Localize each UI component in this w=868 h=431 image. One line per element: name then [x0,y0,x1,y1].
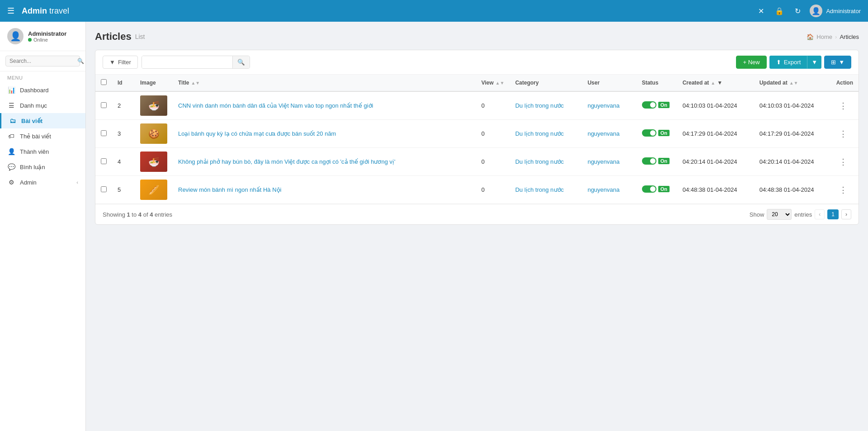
article-image: 🥖 [140,180,167,200]
updated-sort[interactable]: Updated at ▲▼ [760,80,798,86]
article-link[interactable]: Loại bánh quy kỳ lạ có chứa mạt cưa được… [178,130,336,137]
sidebar-search: 🔍 [0,51,85,71]
row-title-cell: Review món bánh mì ngon nhất Hà Nội [173,176,476,204]
user-menu[interactable]: 👤 Administrator [810,5,861,17]
table-row: 3 🍪 Loại bánh quy kỳ lạ có chứa mạt cưa … [95,120,859,148]
title-sort[interactable]: Title ▲▼ [178,80,200,86]
row-action: ⋮ [831,176,859,204]
row-created-at: 04:48:38 01-04-2024 [677,176,754,204]
table-search-input[interactable] [142,56,232,68]
search-input-wrap: 🔍 [142,56,250,69]
table-search-button[interactable]: 🔍 [232,56,250,68]
refresh-button[interactable]: ↻ [793,5,802,17]
th-view[interactable]: View ▲▼ [476,75,510,91]
fullscreen-button[interactable]: ✕ [756,5,766,17]
article-image: 🍜 [140,95,167,116]
category-link[interactable]: Du lịch trong nước [515,102,564,109]
showing-info: Showing 1 to 4 of 4 entries [103,211,172,218]
sidebar-item-thanh-vien[interactable]: 👤 Thành viên [0,144,85,159]
sidebar-item-label: Admin [20,179,37,186]
row-action-button[interactable]: ⋮ [836,156,850,168]
user-link[interactable]: nguyenvana [588,158,620,165]
sidebar-item-label: Bình luận [20,164,45,171]
created-sort[interactable]: Created at ▲ ▼ [683,80,722,86]
category-link[interactable]: Du lịch trong nước [515,158,564,165]
status-toggle-switch[interactable] [642,129,656,137]
row-image-cell: 🥖 [135,176,173,204]
row-image-cell: 🍜 [135,91,173,120]
row-action-button[interactable]: ⋮ [836,100,850,112]
search-input[interactable] [9,58,77,64]
row-status: On [637,91,677,120]
table-row: 2 🍜 CNN vinh danh món bánh dân dã của Vi… [95,91,859,120]
prev-page-button[interactable]: ‹ [815,209,825,219]
user-link[interactable]: nguyenvana [588,130,620,137]
collapse-admin-button[interactable]: ‹ [76,180,78,185]
article-link[interactable]: CNN vinh danh món bánh dân dã của Việt N… [178,102,373,109]
row-checkbox-cell [95,120,112,148]
breadcrumb-home-link[interactable]: Home [816,33,832,40]
th-image: Image [135,75,173,91]
status-badge: On [658,102,670,108]
th-status: Status [637,75,677,91]
article-link[interactable]: Không phải phở hay bún bò, đây là món Vi… [178,158,395,165]
filter-button[interactable]: ▼ Filter [103,56,138,69]
page-header: Articles List 🏠 Home › Articles [95,31,859,43]
sidebar-item-danh-muc[interactable]: ☰ Danh mục [0,98,85,113]
sidebar-user-status: Online [28,37,66,43]
user-link[interactable]: nguyenvana [588,102,620,109]
user-link[interactable]: nguyenvana [588,186,620,193]
view-sort[interactable]: View ▲▼ [481,80,505,86]
row-title-cell: CNN vinh danh món bánh dân dã của Việt N… [173,91,476,120]
page-1-button[interactable]: 1 [827,209,839,219]
category-link[interactable]: Du lịch trong nước [515,186,564,193]
sidebar-avatar: 👤 [7,28,24,44]
menu-toggle-button[interactable]: ☰ [7,6,14,16]
category-link[interactable]: Du lịch trong nước [515,130,564,137]
export-main-button[interactable]: ⬆ Export [769,56,808,69]
entries-label: entries [794,211,812,218]
th-created-at[interactable]: Created at ▲ ▼ [677,75,754,91]
lock-button[interactable]: 🔒 [773,5,786,17]
next-page-button[interactable]: › [841,209,851,219]
sidebar-item-bai-viet[interactable]: 🗂 Bài viết [0,113,85,128]
per-page-select[interactable]: 20 50 100 [767,209,792,220]
sidebar-item-binh-luan[interactable]: 💬 Bình luận [0,159,85,175]
article-link[interactable]: Review món bánh mì ngon nhất Hà Nội [178,186,281,193]
export-caret-button[interactable]: ▼ [807,56,821,69]
sidebar-item-admin[interactable]: ⚙ Admin ‹ [0,175,85,190]
status-toggle-switch[interactable] [642,101,656,109]
bai-viet-icon: 🗂 [9,117,17,124]
sidebar-item-dashboard[interactable]: 📊 Dashboard [0,82,85,98]
status-toggle-switch[interactable] [642,185,656,193]
row-action-button[interactable]: ⋮ [836,184,850,196]
row-action-button[interactable]: ⋮ [836,128,850,140]
showing-suffix: entries [155,211,172,218]
row-status: On [637,148,677,176]
row-updated-at: 04:17:29 01-04-2024 [754,120,831,148]
new-button[interactable]: + New [736,56,766,69]
row-checkbox[interactable] [101,102,107,108]
user-name-label: Administrator [826,8,861,14]
sidebar-item-the-bai-viet[interactable]: 🏷 Thẻ bài viết [0,128,85,144]
showing-to: 4 [138,211,142,218]
showing-prefix: Showing [103,211,125,218]
row-updated-at: 04:48:38 01-04-2024 [754,176,831,204]
row-checkbox[interactable] [101,186,107,192]
row-checkbox[interactable] [101,130,107,136]
status-toggle-switch[interactable] [642,157,656,165]
row-updated-at: 04:20:14 01-04-2024 [754,148,831,176]
row-view: 0 [476,176,510,204]
sort-icon: ▲ [711,81,715,85]
th-updated-at[interactable]: Updated at ▲▼ [754,75,831,91]
status-badge: On [658,158,670,164]
search-icon: 🔍 [77,58,84,64]
status-badge: On [658,186,670,192]
row-checkbox[interactable] [101,158,107,164]
row-checkbox-cell [95,176,112,204]
view-toggle-button[interactable]: ⊞ ▼ [824,56,851,69]
row-view: 0 [476,148,510,176]
th-title[interactable]: Title ▲▼ [173,75,476,91]
select-all-checkbox[interactable] [101,79,107,85]
danh-muc-icon: ☰ [7,102,15,109]
